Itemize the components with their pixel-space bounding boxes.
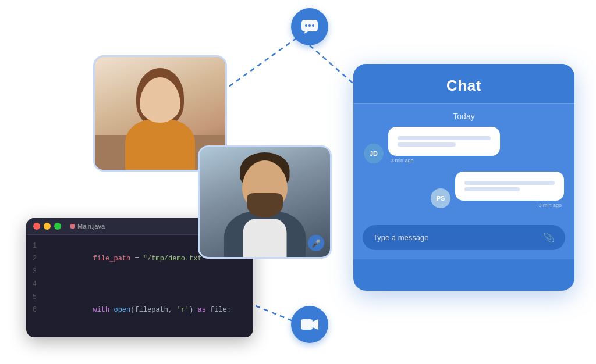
chat-date: Today [364, 104, 564, 127]
svg-marker-9 [313, 319, 318, 330]
avatar-ps: PS [431, 188, 450, 208]
code-line-3: with open(filepath, 'r') as file: [42, 291, 247, 329]
message-bubble-jd [388, 127, 500, 156]
minimize-dot [44, 223, 51, 230]
svg-point-5 [305, 24, 307, 27]
svg-point-6 [308, 24, 311, 27]
message-row-ps: 3 min ago PS [364, 172, 564, 208]
chat-input-row: Type a message 📎 [353, 225, 574, 259]
message-time-ps: 3 min ago [455, 202, 564, 208]
msg-line [398, 142, 456, 147]
avatar-jd: JD [364, 144, 384, 163]
message-bubble-wrap-jd: 3 min ago [388, 127, 500, 163]
file-tab: Main.java [70, 223, 105, 230]
code-line-2 [42, 278, 247, 291]
msg-line [464, 187, 520, 191]
code-line-4: for line in file: [42, 329, 247, 337]
svg-rect-8 [301, 319, 313, 330]
maximize-dot [54, 223, 61, 230]
mic-badge-man: 🎤 [308, 235, 324, 251]
attach-icon: 📎 [543, 232, 555, 243]
line-numbers: 1 2 3 4 5 6 [26, 240, 42, 337]
msg-line [464, 181, 555, 185]
video-camera-icon [300, 318, 319, 331]
close-dot [33, 223, 40, 230]
chat-input-box[interactable]: Type a message 📎 [363, 225, 565, 250]
msg-line [398, 136, 491, 140]
message-time-jd: 3 min ago [388, 158, 500, 163]
filename: Main.java [77, 223, 105, 230]
message-bubble-wrap-ps: 3 min ago [455, 172, 564, 208]
chat-header: Chat [353, 64, 574, 104]
chat-body: Today JD 3 min ago [353, 104, 574, 225]
chat-title: Chat [365, 77, 563, 95]
java-icon [70, 224, 75, 229]
chat-panel: Chat Today JD 3 min ago [353, 64, 574, 291]
video-icon-circle [291, 306, 328, 343]
chat-input-placeholder: Type a message [373, 233, 428, 242]
message-bubble-ps [455, 172, 564, 201]
chat-bubble-icon [301, 19, 318, 34]
video-man: 🎤 [198, 145, 332, 259]
scene: 🎤 🎤 Main.java 1 2 3 4 5 [0, 0, 596, 364]
svg-point-7 [312, 24, 314, 27]
message-row-jd: JD 3 min ago [364, 127, 564, 163]
chat-icon-circle [291, 8, 328, 45]
